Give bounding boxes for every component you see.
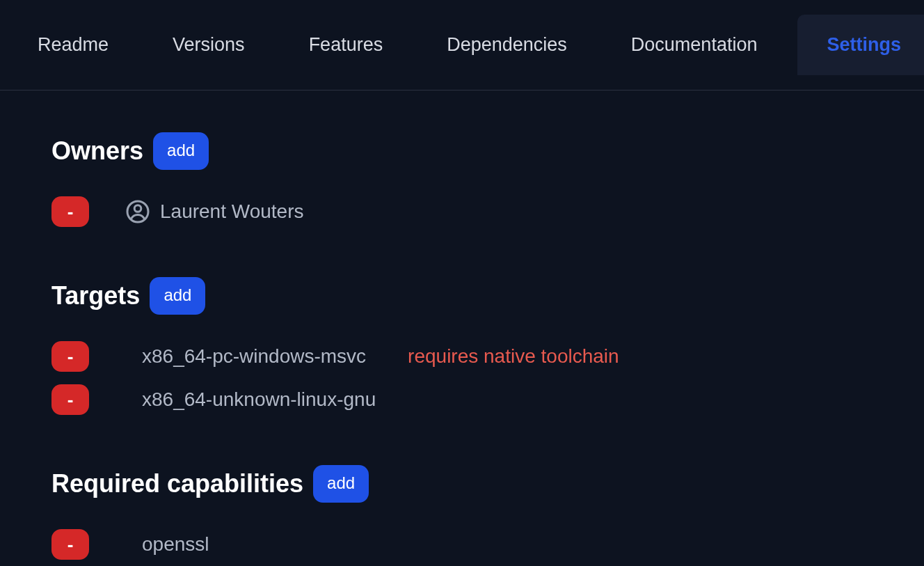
user-icon bbox=[125, 199, 150, 224]
owner-name: Laurent Wouters bbox=[160, 201, 304, 223]
target-name: x86_64-pc-windows-msvc bbox=[142, 345, 366, 368]
add-target-button[interactable]: add bbox=[150, 277, 205, 315]
capabilities-section: Required capabilities add - openssl bbox=[51, 465, 873, 560]
remove-target-button[interactable]: - bbox=[51, 384, 89, 415]
target-row: - x86_64-unknown-linux-gnu bbox=[51, 384, 873, 415]
owners-title: Owners bbox=[51, 136, 143, 166]
add-capability-button[interactable]: add bbox=[313, 465, 369, 503]
tab-bar: Readme Versions Features Dependencies Do… bbox=[0, 0, 924, 91]
target-status: requires native toolchain bbox=[408, 345, 619, 368]
targets-section: Targets add - x86_64-pc-windows-msvc req… bbox=[51, 277, 873, 415]
svg-point-1 bbox=[134, 205, 141, 212]
capability-name: openssl bbox=[142, 533, 209, 556]
capability-row: - openssl bbox=[51, 529, 873, 560]
owners-section: Owners add - Laurent Wouters bbox=[51, 132, 873, 227]
target-row: - x86_64-pc-windows-msvc requires native… bbox=[51, 341, 873, 372]
tab-documentation[interactable]: Documentation bbox=[602, 15, 787, 75]
tab-versions[interactable]: Versions bbox=[143, 15, 274, 75]
owner-row: - Laurent Wouters bbox=[51, 196, 873, 227]
tab-settings[interactable]: Settings bbox=[797, 15, 924, 75]
settings-content: Owners add - Laurent Wouters Targets add… bbox=[0, 91, 924, 566]
target-name: x86_64-unknown-linux-gnu bbox=[142, 388, 376, 411]
remove-owner-button[interactable]: - bbox=[51, 196, 89, 227]
remove-capability-button[interactable]: - bbox=[51, 529, 89, 560]
tab-features[interactable]: Features bbox=[280, 15, 413, 75]
capabilities-title: Required capabilities bbox=[51, 469, 303, 498]
targets-title: Targets bbox=[51, 281, 140, 310]
remove-target-button[interactable]: - bbox=[51, 341, 89, 372]
add-owner-button[interactable]: add bbox=[153, 132, 209, 170]
tab-dependencies[interactable]: Dependencies bbox=[417, 15, 596, 75]
tab-readme[interactable]: Readme bbox=[8, 15, 138, 75]
